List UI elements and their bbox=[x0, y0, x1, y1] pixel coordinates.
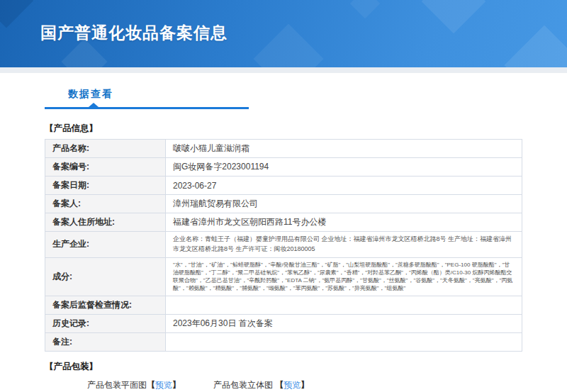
row-value: 福建省漳州市龙文区朝阳西路11号办公楼 bbox=[166, 213, 522, 232]
page-header: 国产普通化妆品备案信息 bbox=[0, 0, 567, 67]
row-value: 企业名称：青蛙王子（福建）婴童护理用品有限公司 企业地址：福建省漳州市龙文区梧桥… bbox=[166, 232, 522, 258]
tab-active-caret-icon bbox=[89, 103, 99, 107]
table-row: 产品名称:啵啵小猫儿童滋润霜 bbox=[45, 140, 522, 158]
row-value: 啵啵小猫儿童滋润霜 bbox=[166, 140, 522, 158]
tab-underline bbox=[45, 107, 249, 109]
product-info-section-title: 【产品信息】 bbox=[45, 123, 522, 135]
row-label: 产品名称: bbox=[45, 140, 166, 158]
product-info-table: 产品名称:啵啵小猫儿童滋润霜备案编号:闽G妆网备字2023001194备案日期:… bbox=[45, 139, 522, 352]
table-row: 生产企业:企业名称：青蛙王子（福建）婴童护理用品有限公司 企业地址：福建省漳州市… bbox=[45, 232, 522, 258]
row-value: 闽G妆网备字2023001194 bbox=[166, 158, 522, 177]
header-decoration bbox=[0, 0, 33, 28]
bracket-open: 【 bbox=[275, 380, 284, 390]
packaging-flat-preview-link[interactable]: 预览 bbox=[155, 380, 172, 390]
row-label: 成分: bbox=[45, 257, 166, 296]
row-value: 2023年06月30日 首次备案 bbox=[166, 314, 522, 332]
row-label: 生产企业: bbox=[45, 232, 166, 258]
header-decoration bbox=[254, 24, 324, 67]
tab-bar: 数据查看 bbox=[45, 87, 522, 109]
table-row: 历史记录:2023年06月30日 首次备案 bbox=[45, 314, 522, 332]
header-decoration bbox=[350, 0, 380, 18]
table-row: 备案后监督检查情况: bbox=[45, 296, 522, 314]
row-value: 2023-06-27 bbox=[166, 177, 522, 195]
row-label: 历史记录: bbox=[45, 314, 166, 332]
header-decoration bbox=[422, 0, 486, 33]
bracket-open: 【 bbox=[147, 380, 155, 390]
row-label: 备案日期: bbox=[45, 177, 166, 195]
table-row: 备案人住所地址:福建省漳州市龙文区朝阳西路11号办公楼 bbox=[45, 213, 522, 232]
table-row: 备案人:漳州瑞航贸易有限公司 bbox=[45, 195, 522, 213]
packaging-stereo-preview-link[interactable]: 预览 bbox=[284, 380, 301, 390]
row-label: 备注: bbox=[45, 332, 166, 351]
row-value bbox=[166, 332, 522, 351]
bracket-close: 】 bbox=[172, 380, 181, 390]
row-value bbox=[166, 296, 522, 314]
main-content: 数据查看 【产品信息】 产品名称:啵啵小猫儿童滋润霜备案编号:闽G妆网备字202… bbox=[0, 73, 567, 392]
header-decoration bbox=[504, 25, 567, 67]
table-row: 备注: bbox=[45, 332, 522, 351]
table-row: 成分:"水"，"甘油"，"矿油"，"鲸蜡硬脂醇"，"辛酸/癸酸甘油三酯"，"矿脂… bbox=[45, 257, 522, 296]
row-value: "水"，"甘油"，"矿油"，"鲸蜡硬脂醇"，"辛酸/癸酸甘油三酯"，"矿脂"，"… bbox=[166, 257, 522, 296]
bracket-close: 】 bbox=[301, 380, 309, 390]
row-label: 备案人住所地址: bbox=[45, 213, 166, 232]
packaging-section-title: 【产品包装】 bbox=[45, 361, 522, 373]
header-divider bbox=[0, 67, 567, 73]
packaging-item-label: 产品包装平面图 bbox=[87, 380, 147, 390]
packaging-item-label: 产品包装立体图 bbox=[213, 380, 275, 390]
product-info-table-body: 产品名称:啵啵小猫儿童滋润霜备案编号:闽G妆网备字2023001194备案日期:… bbox=[45, 140, 522, 352]
row-label: 备案后监督检查情况: bbox=[45, 296, 166, 314]
table-row: 备案日期:2023-06-27 bbox=[45, 177, 522, 195]
row-label: 备案编号: bbox=[45, 158, 166, 177]
table-row: 备案编号:闽G妆网备字2023001194 bbox=[45, 158, 522, 177]
page-title: 国产普通化妆品备案信息 bbox=[40, 22, 228, 44]
row-value: 漳州瑞航贸易有限公司 bbox=[166, 195, 522, 213]
row-label: 备案人: bbox=[45, 195, 166, 213]
packaging-item: 产品包装立体图 【预览】 bbox=[213, 379, 309, 391]
packaging-item: 产品包装平面图【预览】 bbox=[87, 379, 181, 391]
packaging-row: 产品包装平面图【预览】产品包装立体图 【预览】 bbox=[87, 379, 522, 391]
